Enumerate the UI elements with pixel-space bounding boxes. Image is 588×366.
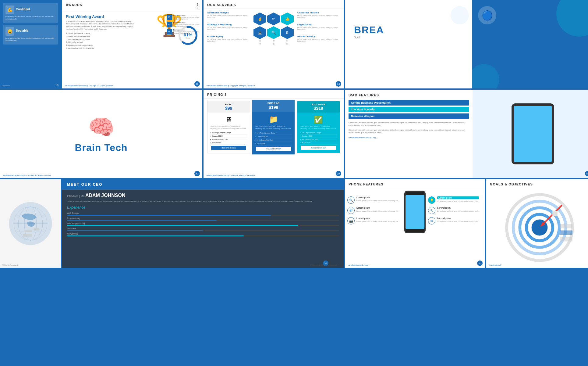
slide-number-pricing: 29 — [336, 171, 341, 176]
skill-networking: Networking — [67, 233, 339, 236]
phone-screen — [406, 195, 424, 229]
phone-content: 🔍 Lorem Ipsum Lorem ipsum dolor sit amet… — [345, 188, 485, 236]
skills-list: Web Design Programming Web Programming D… — [67, 212, 339, 236]
ipad-device — [512, 103, 554, 164]
skill-web-prog: Web Programming — [67, 222, 339, 226]
feat-icon-tool: 🔧 — [428, 207, 435, 214]
exclusive-feature-3: ✓ 300 Infographics Data — [300, 138, 337, 141]
service-corporate: Corporate Finance On the other hand, we … — [297, 11, 340, 18]
slide-services: OUR SERVICES Advanced Analytic On the ot… — [204, 0, 344, 88]
goals-footer: www.braintech — [489, 264, 501, 266]
feat-text-4: Lorem Ipsum Lorem ipsum dolor sit amet, … — [437, 196, 479, 203]
popular-feature-1: ✓ 100 Page Website Design — [255, 131, 292, 135]
exp-title: Experience — [67, 205, 339, 210]
hex-num-01: 01 — [253, 40, 266, 42]
hex-num-06: 06 — [281, 43, 294, 45]
slide-pricing: PRICING 3 BASIC $99 🖥 Lorem ipsum dolor … — [204, 90, 344, 178]
svg-rect-9 — [24, 230, 32, 232]
svg-rect-20 — [560, 231, 572, 235]
ipad-right — [473, 90, 588, 178]
services-title: OUR SERVICES — [207, 3, 236, 7]
slide-goals: GOALS & OBJECTIVES www.braintech — [486, 179, 588, 268]
award-desc: The standard chunk of Lorem Ipsum used s… — [66, 20, 136, 30]
phone-footer: www.braintechslides.com — [348, 264, 368, 266]
awards-content: First Winning Award The standard chunk o… — [62, 12, 202, 52]
slide-ceo: MEET OUR CEO Introduce | Mr. ADAM JOHNSO… — [62, 179, 344, 268]
exclusive-feature-1: ✓ 100 Page Website Design — [300, 131, 337, 135]
target-svg — [503, 191, 576, 264]
slide-confident: 💪 Confident Lorem ipsum dolor amet, sect… — [0, 0, 61, 88]
phone-feat-4: 💡 Lorem Ipsum Lorem ipsum dolor sit amet… — [428, 196, 483, 204]
awards-title: AWARDS — [66, 3, 82, 10]
feat-text-6: Lorem Ipsum Lorem ipsum dolor sit amet, … — [437, 217, 479, 223]
ceo-desc: Ut wisi enim ad minim veniam, quis nostr… — [67, 200, 339, 203]
basic-feature-2: ✓ Standard SEO — [210, 135, 247, 138]
confident-text: Lorem ipsum dolor amet, sectetur adipisc… — [5, 15, 55, 20]
price-card-exclusive: EXCLUSIVE $319 ✅ Lorem ipsum dolor sit a… — [297, 101, 340, 153]
ipad-badge-2: The Most Powerful — [349, 107, 469, 112]
hex-num-04: 04 — [253, 43, 266, 45]
hex-2: ✏ — [267, 13, 280, 25]
hex-num-05: 05 — [267, 43, 280, 45]
percent-value: 61% — [184, 32, 192, 37]
ipad-badge-1: Genius Business Presentation — [349, 100, 469, 106]
ipad-desc-2: Sit volu ates ad minim veniam, quis nost… — [349, 129, 469, 134]
basic-btn[interactable]: REGISTER NOW — [211, 146, 246, 150]
ceo-header: MEET OUR CEO — [62, 179, 344, 190]
ceo-name-area: Introduce | Mr. ADAM JOHNSON — [67, 193, 339, 198]
confident-title: Confident — [16, 8, 30, 11]
feat-text-2: Lorem Ipsum Lorem ipsum dolor sit amet, … — [356, 207, 398, 212]
phone-title: PHONE FEATURES — [349, 182, 384, 186]
goals-header: GOALS & OBJECTIVES — [486, 179, 588, 188]
price-card-basic: BASIC $99 🖥 Lorem ipsum dolor sit amet, … — [207, 101, 250, 153]
service-equity: Private Equity On the other hand, we den… — [207, 35, 250, 42]
phone-feat-3: 📷 Lorem Ipsum Lorem ipsum dolor sit amet… — [347, 217, 402, 224]
exclusive-body: ✅ Lorem ipsum dolor sit amet, consectetu… — [297, 113, 340, 153]
exclusive-btn[interactable]: REGISTER NOW — [301, 146, 336, 150]
exclusive-feature-2: ✓ Standard SEO — [300, 135, 337, 138]
phone-header: PHONE FEATURES — [345, 179, 485, 188]
confident-card: 💪 Confident Lorem ipsum dolor amet, sect… — [3, 3, 58, 23]
goals-content — [486, 188, 588, 267]
hex-num-02: 02 — [267, 40, 280, 42]
slide-number-services: 14 — [336, 81, 341, 87]
popular-feature-2: ✓ Standard SEO — [255, 135, 292, 139]
feat-icon-search: 🔍 — [347, 196, 355, 204]
slide-braintech: 🧠 Brain Tech www.braintechslides.com @ C… — [0, 90, 202, 178]
awards-list: A. Lorem ipsum dolor sit amet, B. Donec … — [66, 32, 136, 50]
svg-rect-22 — [552, 211, 558, 216]
basic-feature-1: ✓ 100 Page Website Design — [210, 131, 247, 135]
awards-num: 2 6 — [197, 3, 199, 10]
brand-right: 🔵 — [472, 0, 588, 88]
svg-rect-11 — [23, 234, 32, 237]
ipad-footer: www.braintechslides.com @ Copy — [349, 137, 469, 138]
awards-footer: www.braintechslides.com @ Copyright. All… — [65, 85, 114, 87]
services-footer: www.braintechslides.com @ Copyright. All… — [207, 85, 255, 87]
award-title: First Winning Award — [66, 14, 136, 19]
phone-device — [404, 191, 426, 233]
services-right-labels: Corporate Finance On the other hand, we … — [296, 11, 340, 45]
popular-btn[interactable]: REGISTER NOW — [256, 147, 291, 151]
service-org: Organization On the other hand, we denou… — [297, 23, 340, 30]
braintech-footer: www.braintechslides.com @ Copyright. All… — [3, 174, 52, 176]
brand-big-title: BREA — [354, 24, 463, 36]
skill-web-design: Web Design — [67, 212, 339, 216]
popular-body: 📁 Lorem ipsum dolor sit amet, consectetu… — [252, 112, 295, 155]
hex-5: 🔍 — [267, 26, 280, 39]
ceo-intro-text: Introduce | Mr. ADAM JOHNSON — [67, 193, 339, 198]
phone-feat-6: ✉ Lorem Ipsum Lorem ipsum dolor sit amet… — [428, 217, 483, 224]
service-strategy: Strategy & Marketing On the other hand, … — [207, 23, 250, 30]
hex-num-03: 03 — [281, 40, 294, 42]
feat-text-1: Lorem Ipsum Lorem ipsum dolor sit amet, … — [356, 196, 398, 202]
ceo-content: Introduce | Mr. ADAM JOHNSON Ut wisi eni… — [62, 190, 344, 241]
globe-reserved: All Rights Reserved. — [2, 264, 18, 266]
services-header: OUR SERVICES — [204, 0, 344, 9]
phone-feat-2: 💎 Lorem Ipsum Lorem ipsum dolor sit amet… — [347, 207, 402, 214]
services-content: Advanced Analytic On the other hand, we … — [204, 9, 344, 48]
slide-number-phone: 56 — [477, 260, 483, 266]
price-card-popular: POPULAR $199 📁 Lorem ipsum dolor sit ame… — [252, 100, 295, 155]
basic-feature-3: ✓ 120 Infographics Data — [210, 138, 247, 141]
ipad-title: IPAD FEATURES — [349, 93, 469, 97]
service-advanced: Advanced Analytic On the other hand, we … — [207, 11, 250, 18]
percent-label: Total — [184, 37, 192, 39]
